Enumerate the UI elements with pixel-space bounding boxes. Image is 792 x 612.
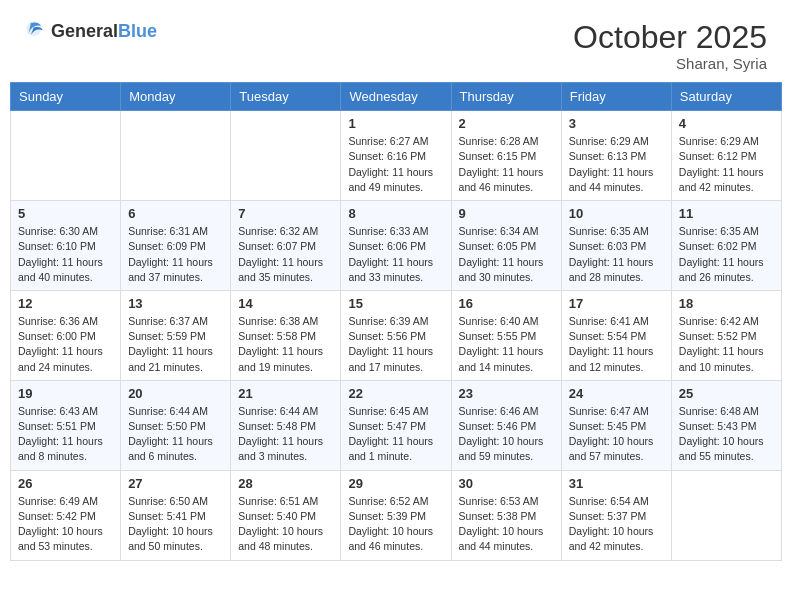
day-info: Sunrise: 6:38 AMSunset: 5:58 PMDaylight:… <box>238 314 333 375</box>
calendar-cell: 22 Sunrise: 6:45 AMSunset: 5:47 PMDaylig… <box>341 380 451 470</box>
day-number: 22 <box>348 386 443 401</box>
col-wednesday: Wednesday <box>341 83 451 111</box>
day-info: Sunrise: 6:48 AMSunset: 5:43 PMDaylight:… <box>679 404 774 465</box>
calendar-cell <box>231 111 341 201</box>
day-number: 8 <box>348 206 443 221</box>
calendar-cell: 6 Sunrise: 6:31 AMSunset: 6:09 PMDayligh… <box>121 201 231 291</box>
day-info: Sunrise: 6:29 AMSunset: 6:12 PMDaylight:… <box>679 134 774 195</box>
calendar-header-row: Sunday Monday Tuesday Wednesday Thursday… <box>11 83 782 111</box>
col-monday: Monday <box>121 83 231 111</box>
calendar-cell: 2 Sunrise: 6:28 AMSunset: 6:15 PMDayligh… <box>451 111 561 201</box>
calendar-table: Sunday Monday Tuesday Wednesday Thursday… <box>10 82 782 560</box>
day-number: 27 <box>128 476 223 491</box>
day-number: 16 <box>459 296 554 311</box>
day-info: Sunrise: 6:51 AMSunset: 5:40 PMDaylight:… <box>238 494 333 555</box>
day-info: Sunrise: 6:44 AMSunset: 5:50 PMDaylight:… <box>128 404 223 465</box>
day-info: Sunrise: 6:27 AMSunset: 6:16 PMDaylight:… <box>348 134 443 195</box>
calendar-cell: 27 Sunrise: 6:50 AMSunset: 5:41 PMDaylig… <box>121 470 231 560</box>
day-number: 29 <box>348 476 443 491</box>
day-number: 12 <box>18 296 113 311</box>
calendar-cell: 10 Sunrise: 6:35 AMSunset: 6:03 PMDaylig… <box>561 201 671 291</box>
location-title: Sharan, Syria <box>573 55 767 72</box>
day-info: Sunrise: 6:49 AMSunset: 5:42 PMDaylight:… <box>18 494 113 555</box>
calendar-cell: 21 Sunrise: 6:44 AMSunset: 5:48 PMDaylig… <box>231 380 341 470</box>
col-friday: Friday <box>561 83 671 111</box>
calendar-week-row: 26 Sunrise: 6:49 AMSunset: 5:42 PMDaylig… <box>11 470 782 560</box>
calendar-week-row: 5 Sunrise: 6:30 AMSunset: 6:10 PMDayligh… <box>11 201 782 291</box>
day-info: Sunrise: 6:35 AMSunset: 6:02 PMDaylight:… <box>679 224 774 285</box>
day-info: Sunrise: 6:40 AMSunset: 5:55 PMDaylight:… <box>459 314 554 375</box>
day-number: 17 <box>569 296 664 311</box>
calendar-cell: 14 Sunrise: 6:38 AMSunset: 5:58 PMDaylig… <box>231 290 341 380</box>
day-number: 2 <box>459 116 554 131</box>
calendar-cell: 16 Sunrise: 6:40 AMSunset: 5:55 PMDaylig… <box>451 290 561 380</box>
calendar-cell: 31 Sunrise: 6:54 AMSunset: 5:37 PMDaylig… <box>561 470 671 560</box>
calendar-cell: 13 Sunrise: 6:37 AMSunset: 5:59 PMDaylig… <box>121 290 231 380</box>
logo: GeneralBlue <box>25 20 157 42</box>
day-info: Sunrise: 6:33 AMSunset: 6:06 PMDaylight:… <box>348 224 443 285</box>
calendar-week-row: 1 Sunrise: 6:27 AMSunset: 6:16 PMDayligh… <box>11 111 782 201</box>
page-header: GeneralBlue October 2025 Sharan, Syria <box>10 10 782 77</box>
day-number: 18 <box>679 296 774 311</box>
day-info: Sunrise: 6:35 AMSunset: 6:03 PMDaylight:… <box>569 224 664 285</box>
day-number: 1 <box>348 116 443 131</box>
day-info: Sunrise: 6:54 AMSunset: 5:37 PMDaylight:… <box>569 494 664 555</box>
day-number: 28 <box>238 476 333 491</box>
day-number: 23 <box>459 386 554 401</box>
col-tuesday: Tuesday <box>231 83 341 111</box>
day-number: 3 <box>569 116 664 131</box>
day-number: 30 <box>459 476 554 491</box>
calendar-cell: 9 Sunrise: 6:34 AMSunset: 6:05 PMDayligh… <box>451 201 561 291</box>
day-number: 9 <box>459 206 554 221</box>
day-info: Sunrise: 6:42 AMSunset: 5:52 PMDaylight:… <box>679 314 774 375</box>
day-info: Sunrise: 6:39 AMSunset: 5:56 PMDaylight:… <box>348 314 443 375</box>
day-number: 26 <box>18 476 113 491</box>
day-number: 21 <box>238 386 333 401</box>
day-info: Sunrise: 6:44 AMSunset: 5:48 PMDaylight:… <box>238 404 333 465</box>
day-info: Sunrise: 6:34 AMSunset: 6:05 PMDaylight:… <box>459 224 554 285</box>
day-info: Sunrise: 6:32 AMSunset: 6:07 PMDaylight:… <box>238 224 333 285</box>
day-info: Sunrise: 6:36 AMSunset: 6:00 PMDaylight:… <box>18 314 113 375</box>
calendar-cell: 4 Sunrise: 6:29 AMSunset: 6:12 PMDayligh… <box>671 111 781 201</box>
title-block: October 2025 Sharan, Syria <box>573 20 767 72</box>
calendar-cell <box>671 470 781 560</box>
calendar-cell: 1 Sunrise: 6:27 AMSunset: 6:16 PMDayligh… <box>341 111 451 201</box>
logo-blue-text: Blue <box>118 21 157 41</box>
calendar-cell: 11 Sunrise: 6:35 AMSunset: 6:02 PMDaylig… <box>671 201 781 291</box>
day-number: 10 <box>569 206 664 221</box>
day-number: 6 <box>128 206 223 221</box>
col-thursday: Thursday <box>451 83 561 111</box>
col-saturday: Saturday <box>671 83 781 111</box>
calendar-cell: 8 Sunrise: 6:33 AMSunset: 6:06 PMDayligh… <box>341 201 451 291</box>
calendar-cell: 29 Sunrise: 6:52 AMSunset: 5:39 PMDaylig… <box>341 470 451 560</box>
calendar-cell: 17 Sunrise: 6:41 AMSunset: 5:54 PMDaylig… <box>561 290 671 380</box>
day-info: Sunrise: 6:43 AMSunset: 5:51 PMDaylight:… <box>18 404 113 465</box>
day-number: 15 <box>348 296 443 311</box>
day-info: Sunrise: 6:47 AMSunset: 5:45 PMDaylight:… <box>569 404 664 465</box>
month-title: October 2025 <box>573 20 767 55</box>
calendar-cell: 18 Sunrise: 6:42 AMSunset: 5:52 PMDaylig… <box>671 290 781 380</box>
calendar-cell: 25 Sunrise: 6:48 AMSunset: 5:43 PMDaylig… <box>671 380 781 470</box>
day-info: Sunrise: 6:29 AMSunset: 6:13 PMDaylight:… <box>569 134 664 195</box>
calendar-cell: 7 Sunrise: 6:32 AMSunset: 6:07 PMDayligh… <box>231 201 341 291</box>
calendar-cell: 20 Sunrise: 6:44 AMSunset: 5:50 PMDaylig… <box>121 380 231 470</box>
day-number: 7 <box>238 206 333 221</box>
calendar-cell: 23 Sunrise: 6:46 AMSunset: 5:46 PMDaylig… <box>451 380 561 470</box>
day-number: 5 <box>18 206 113 221</box>
calendar-cell: 28 Sunrise: 6:51 AMSunset: 5:40 PMDaylig… <box>231 470 341 560</box>
day-number: 31 <box>569 476 664 491</box>
day-info: Sunrise: 6:46 AMSunset: 5:46 PMDaylight:… <box>459 404 554 465</box>
day-number: 11 <box>679 206 774 221</box>
logo-general-text: General <box>51 21 118 41</box>
day-info: Sunrise: 6:50 AMSunset: 5:41 PMDaylight:… <box>128 494 223 555</box>
day-number: 20 <box>128 386 223 401</box>
calendar-cell <box>11 111 121 201</box>
day-number: 25 <box>679 386 774 401</box>
calendar-cell: 15 Sunrise: 6:39 AMSunset: 5:56 PMDaylig… <box>341 290 451 380</box>
day-info: Sunrise: 6:45 AMSunset: 5:47 PMDaylight:… <box>348 404 443 465</box>
day-info: Sunrise: 6:53 AMSunset: 5:38 PMDaylight:… <box>459 494 554 555</box>
day-number: 19 <box>18 386 113 401</box>
calendar-week-row: 19 Sunrise: 6:43 AMSunset: 5:51 PMDaylig… <box>11 380 782 470</box>
day-number: 13 <box>128 296 223 311</box>
day-info: Sunrise: 6:30 AMSunset: 6:10 PMDaylight:… <box>18 224 113 285</box>
